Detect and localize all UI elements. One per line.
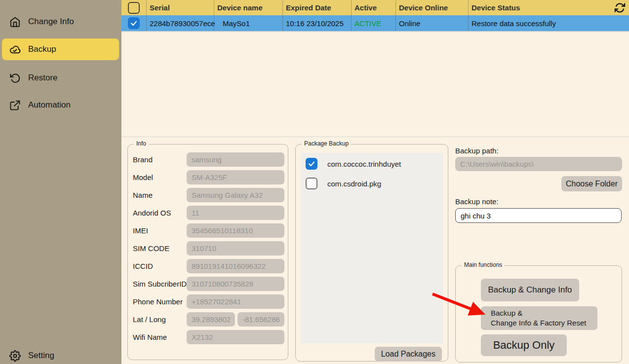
android-os-field bbox=[187, 206, 284, 220]
sidebar-item-label: Automation bbox=[28, 100, 71, 110]
package-item[interactable]: com.coccoc.trinhduyet bbox=[306, 158, 401, 170]
home-icon bbox=[9, 16, 21, 28]
info-row-sim-code: SIM CODE bbox=[133, 241, 284, 255]
main-functions-legend: Main functions bbox=[462, 261, 505, 268]
info-row-brand: Brand bbox=[133, 152, 284, 167]
info-row-phone-number: Phone Number bbox=[133, 294, 284, 309]
check-icon bbox=[308, 160, 315, 168]
info-row-sim-subscriber: Sim SubcriberID bbox=[133, 277, 284, 291]
sim-code-field bbox=[187, 241, 284, 255]
backup-and-change-info-button[interactable]: Backup & Change Info bbox=[481, 279, 579, 301]
backup-note-input[interactable] bbox=[455, 208, 622, 223]
select-all-cell bbox=[121, 0, 146, 15]
sidebar-item-change-info[interactable]: Change Info bbox=[2, 11, 119, 33]
refresh-icon bbox=[614, 2, 626, 13]
column-header-serial: Serial bbox=[146, 0, 214, 15]
column-header-device-name: Device name bbox=[214, 0, 282, 15]
load-packages-button[interactable]: Load Packages bbox=[375, 347, 442, 362]
backup-path-label: Backup path: bbox=[455, 146, 499, 155]
table-bottom-divider bbox=[121, 137, 629, 137]
column-header-active: Active bbox=[351, 0, 395, 15]
cell-serial: 2284b78930057ece bbox=[146, 15, 214, 31]
backup-note-label: Backup note: bbox=[455, 197, 499, 206]
sim-subscriber-field bbox=[187, 277, 284, 291]
cell-device-online: Online bbox=[395, 15, 468, 31]
info-row-imei: IMEI bbox=[133, 223, 284, 238]
sidebar-item-backup[interactable]: Backup bbox=[2, 38, 119, 60]
choose-folder-button[interactable]: Choose Folder bbox=[561, 176, 622, 191]
gear-icon bbox=[9, 350, 21, 362]
info-row-name: Name bbox=[133, 188, 284, 202]
backup-change-info-factory-reset-button[interactable]: Backup & Change Info & Factory Reset bbox=[481, 306, 597, 330]
row-underline bbox=[121, 31, 629, 32]
package-checkbox-unchecked[interactable] bbox=[306, 178, 317, 189]
sidebar-item-setting[interactable]: Setting bbox=[2, 345, 119, 364]
phone-number-field bbox=[187, 294, 284, 309]
refresh-devices-button[interactable] bbox=[614, 2, 626, 13]
info-row-android-os: Andorid OS bbox=[133, 206, 284, 220]
model-field bbox=[187, 170, 284, 184]
sidebar-item-restore[interactable]: Restore bbox=[2, 67, 119, 89]
info-panel: Info Brand Model Name Andorid OS IMEI SI… bbox=[127, 144, 288, 360]
cell-active-status: ACTIVE bbox=[351, 15, 395, 31]
backup-only-button[interactable]: Backup Only bbox=[481, 334, 567, 356]
sidebar-item-label: Restore bbox=[28, 73, 58, 83]
info-row-iccid: ICCID bbox=[133, 259, 284, 273]
row-checkbox[interactable] bbox=[128, 17, 140, 29]
package-backup-legend: Package Backup bbox=[302, 140, 351, 147]
sidebar-item-label: Change Info bbox=[28, 17, 74, 27]
sidebar-item-label: Backup bbox=[28, 44, 56, 54]
sidebar: Change Info Backup Restore Automation Se… bbox=[0, 0, 121, 364]
info-row-lat-long: Lat / Long bbox=[133, 312, 284, 327]
sidebar-item-label: Setting bbox=[28, 351, 54, 361]
package-list: com.coccoc.trinhduyet com.csdroid.pkg bbox=[301, 153, 443, 343]
imei-field bbox=[187, 223, 284, 238]
column-header-expired-date: Expired Date bbox=[282, 0, 351, 15]
device-table-row[interactable]: 2284b78930057ece MaySo1 10:16 23/10/2025… bbox=[121, 15, 629, 31]
info-panel-legend: Info bbox=[134, 140, 149, 147]
longitude-field bbox=[237, 312, 284, 327]
external-link-icon bbox=[9, 100, 21, 111]
package-backup-panel: Package Backup com.coccoc.trinhduyet com… bbox=[295, 144, 448, 362]
package-name: com.csdroid.pkg bbox=[327, 180, 381, 188]
restore-icon bbox=[9, 73, 21, 84]
info-row-wifi-name: Wifi Name bbox=[133, 330, 284, 344]
cell-device-status: Restore data successfully bbox=[468, 15, 629, 31]
sidebar-item-automation[interactable]: Automation bbox=[2, 94, 119, 116]
latitude-field bbox=[187, 312, 235, 327]
iccid-field bbox=[187, 259, 284, 273]
app-window: Change Info Backup Restore Automation Se… bbox=[0, 0, 629, 364]
info-row-model: Model bbox=[133, 170, 284, 184]
cell-device-name: MaySo1 bbox=[214, 15, 282, 31]
column-header-device-online: Device Online bbox=[395, 0, 468, 15]
cloud-check-icon bbox=[9, 44, 21, 55]
package-item[interactable]: com.csdroid.pkg bbox=[306, 178, 381, 189]
column-header-device-status: Device Status bbox=[468, 0, 629, 15]
backup-path-input bbox=[455, 157, 622, 171]
select-all-checkbox[interactable] bbox=[128, 2, 140, 14]
device-table-header: Serial Device name Expired Date Active D… bbox=[121, 0, 629, 15]
package-checkbox-checked[interactable] bbox=[306, 158, 317, 170]
name-field bbox=[187, 188, 284, 202]
row-select-cell bbox=[121, 15, 146, 31]
wifi-name-field bbox=[187, 330, 284, 344]
package-name: com.coccoc.trinhduyet bbox=[327, 160, 401, 168]
main-functions-panel: Main functions Backup & Change Info Back… bbox=[455, 265, 622, 363]
cell-expired-date: 10:16 23/10/2025 bbox=[282, 15, 351, 31]
brand-field bbox=[187, 152, 284, 167]
check-icon bbox=[130, 19, 138, 27]
